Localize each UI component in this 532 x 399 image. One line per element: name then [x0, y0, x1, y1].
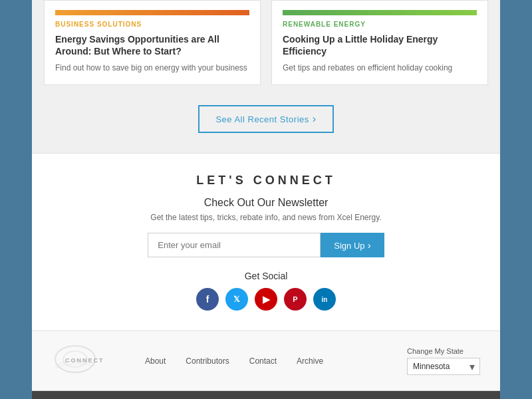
logo-svg: CONNECT [52, 344, 112, 374]
main-wrapper: Business Solutions Energy Savings Opport… [0, 0, 532, 399]
signup-button[interactable]: Sign Up [321, 233, 384, 257]
card-desc-renewable: Get tips and rebates on efficient holida… [283, 63, 477, 74]
cards-row: Business Solutions Energy Savings Opport… [32, 0, 500, 85]
footer-link-contributors[interactable]: Contributors [186, 356, 229, 366]
footer-nav-links: About Contributors Contact Archive [145, 356, 407, 366]
newsletter-desc: Get the latest tips, tricks, rebate info… [45, 213, 487, 222]
facebook-icon[interactable]: f [196, 288, 219, 311]
footer-nav-section: CONNECT About Contributors Contact Archi… [32, 331, 500, 391]
card-image-renewable [283, 10, 477, 15]
svg-text:CONNECT: CONNECT [65, 357, 104, 364]
pinterest-icon[interactable]: P [284, 288, 307, 311]
state-label: Change My State [407, 347, 464, 355]
newsletter-title: Check Out Our Newsletter [45, 197, 487, 209]
card-category-business: Business Solutions [55, 21, 249, 28]
footer-state-selector: Change My State Minnesota Colorado Texas… [407, 347, 480, 375]
recent-stories-section: Business Solutions Energy Savings Opport… [32, 0, 500, 153]
lets-connect-title: LET'S CONNECT [45, 174, 487, 188]
content-area: Business Solutions Energy Savings Opport… [32, 0, 500, 399]
state-select[interactable]: Minnesota Colorado Texas Wisconsin New M… [407, 358, 480, 375]
state-select-wrapper: Minnesota Colorado Texas Wisconsin New M… [407, 358, 480, 375]
get-social-title: Get Social [45, 271, 487, 281]
youtube-icon[interactable]: ▶ [255, 288, 277, 311]
email-input[interactable] [148, 233, 321, 257]
card-desc-business: Find out how to save big on energy with … [55, 63, 249, 74]
see-all-btn-wrapper: See All Recent Stories [32, 98, 500, 133]
side-panel-right [500, 0, 532, 399]
linkedin-icon[interactable]: in [313, 288, 336, 311]
card-title-renewable: Cooking Up a Little Holiday Energy Effic… [283, 33, 477, 57]
footer-logo: CONNECT [52, 344, 118, 377]
story-card-renewable: Renewable Energy Cooking Up a Little Hol… [271, 0, 488, 85]
footer-link-contact[interactable]: Contact [249, 356, 277, 366]
card-category-renewable: Renewable Energy [283, 21, 477, 28]
connect-section: LET'S CONNECT Check Out Our Newsletter G… [32, 153, 500, 331]
card-title-business: Energy Savings Opportunities are All Aro… [55, 33, 249, 57]
footer-link-about[interactable]: About [145, 356, 166, 366]
bottom-footer: Connect with Us f t ▶ p in Privacy Polic… [32, 391, 500, 399]
card-image-business [55, 10, 249, 15]
story-card-business: Business Solutions Energy Savings Opport… [44, 0, 261, 85]
side-panel-left [0, 0, 32, 399]
social-icons-row: f 𝕏 ▶ P in [45, 288, 487, 311]
email-form: Sign Up [45, 233, 487, 257]
twitter-icon[interactable]: 𝕏 [225, 288, 248, 311]
footer-link-archive[interactable]: Archive [297, 356, 323, 366]
see-all-recent-stories-button[interactable]: See All Recent Stories [198, 105, 333, 133]
